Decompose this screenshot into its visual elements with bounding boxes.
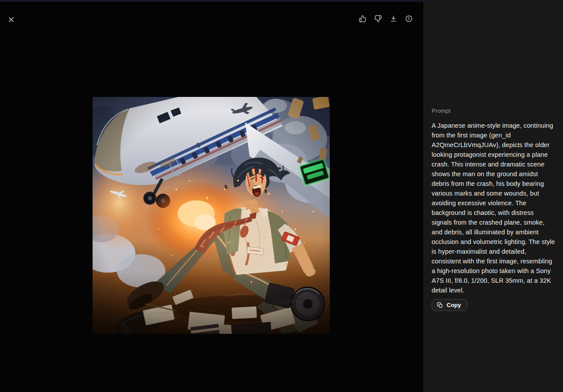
action-toolbar [358, 15, 414, 24]
dislike-button[interactable] [373, 15, 383, 24]
prompt-text: A Japanese anime-style image, continuing… [432, 121, 556, 295]
generated-image: 3 [93, 97, 330, 334]
copy-prompt-button[interactable]: Copy [432, 299, 467, 311]
thumbs-up-icon [359, 15, 366, 24]
thumbs-down-icon [374, 15, 382, 24]
copy-icon [436, 302, 443, 308]
download-icon [390, 15, 397, 24]
info-button[interactable] [404, 15, 414, 24]
download-button[interactable] [388, 15, 398, 24]
prompt-label: Prompt [432, 107, 555, 114]
info-icon [405, 15, 413, 24]
close-button[interactable] [6, 15, 16, 25]
image-viewer-canvas: 3 [0, 2, 423, 392]
like-button[interactable] [358, 15, 367, 24]
close-icon [9, 16, 14, 24]
copy-button-label: Copy [447, 302, 461, 308]
detail-sidebar: Prompt A Japanese anime-style image, con… [423, 0, 563, 392]
